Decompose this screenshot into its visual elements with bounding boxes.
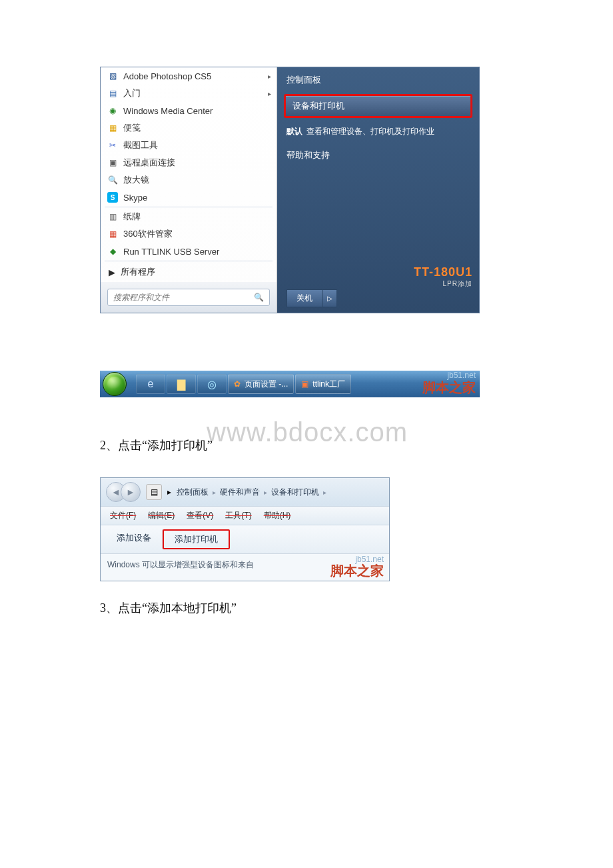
submenu-arrow-icon: ▸ [268,90,271,97]
watermark-url: jb51.net [422,371,476,380]
cards-icon: ▥ [107,211,118,222]
tooltip-devices-printers: 默认 查看和管理设备、打印机及打印作业 [281,123,475,140]
skype-icon: S [107,192,118,203]
prog-label: Skype [123,193,147,203]
taskbar: e ▇ ◎ ✿ 页面设置 -... ▣ ttlink工厂 jb51.net 脚本… [100,371,480,397]
info-text: Windows 可以显示增强型设备图标和来自 [107,560,254,569]
search-area: 搜索程序和文件 🔍 [101,282,277,313]
prog-item-magnifier[interactable]: 🔍 放大镜 [101,171,277,189]
rdp-icon: ▣ [107,157,118,168]
screenshot-start-menu: ▧ Adobe Photoshop CS5 ▸ ▤ 入门 ▸ ◉ Windows… [100,67,513,397]
prog-label: Adobe Photoshop CS5 [123,71,211,81]
default-desc: 查看和管理设备、打印机及打印作业 [306,126,434,137]
360-icon: ▦ [107,229,118,239]
magnifier-icon: 🔍 [107,175,118,185]
wmc-icon: ◉ [107,105,118,116]
prog-label: 远程桌面连接 [123,157,175,169]
start-button[interactable] [103,372,127,396]
step-2-text: 2、点击“添加打印机” [100,437,513,453]
address-bar: ◄ ► ▤ ▸ 控制面板 ▸ 硬件和声音 ▸ 设备和打印机 ▸ [101,478,389,506]
menu-bar: 文件(F) 编辑(E) 查看(V) 工具(T) 帮助(H) [101,506,389,525]
brand-name: TT-180U1 [414,265,472,279]
app-icon: ▣ [301,379,308,389]
breadcrumb-devices-printers[interactable]: 设备和打印机 [271,487,319,498]
chevron-right-icon: ▸ [213,489,216,496]
default-label: 默认 [287,126,303,137]
watermark-jb51: jb51.net 脚本之家 [422,371,476,395]
command-bar: 添加设备 添加打印机 [101,525,389,554]
prog-label: 纸牌 [123,211,141,223]
watermark-brand: 脚本之家 [330,564,384,578]
prog-item-snipping[interactable]: ✂ 截图工具 [101,137,277,154]
prog-label: 放大镜 [123,174,149,186]
menu-edit[interactable]: 编辑(E) [143,509,180,523]
control-panel-label: 控制面板 [287,75,321,85]
location-icon: ▤ [146,484,162,500]
menu-help[interactable]: 帮助(H) [259,509,297,523]
menu-tools[interactable]: 工具(T) [220,509,257,523]
taskbar-ie-icon[interactable]: e [136,374,165,394]
add-device-button[interactable]: 添加设备 [106,529,163,549]
menu-devices-printers[interactable]: 设备和打印机 [284,94,472,118]
scissors-icon: ✂ [107,140,118,151]
prog-item-skype[interactable]: S Skype [101,189,277,206]
taskbar-task-pagesetup[interactable]: ✿ 页面设置 -... [228,374,294,394]
watermark-jb51: jb51.net 脚本之家 [330,555,384,578]
taskbar-browser-icon[interactable]: ◎ [197,374,227,394]
menu-file[interactable]: 文件(F) [105,509,141,523]
prog-label: 入门 [123,87,141,99]
prog-label: 截图工具 [123,139,158,151]
breadcrumb-hardware-sound[interactable]: 硬件和声音 [220,487,260,498]
ttlink-icon: ◆ [107,246,118,257]
chevron-right-icon: ▸ [323,489,326,496]
taskbar-explorer-icon[interactable]: ▇ [167,374,196,394]
prog-item-360[interactable]: ▦ 360软件管家 [101,225,277,243]
nav-forward-button[interactable]: ► [121,482,141,502]
shutdown-more-button[interactable]: ▷ [322,289,337,307]
shutdown-label: 关机 [297,293,312,303]
devices-printers-label: 设备和打印机 [293,101,344,111]
all-programs[interactable]: ▶ 所有程序 [101,262,277,282]
breadcrumb-control-panel[interactable]: 控制面板 [177,487,209,498]
separator [105,207,273,207]
taskbar-task-ttlink[interactable]: ▣ ttlink工厂 [295,374,351,394]
prog-item-sticky-notes[interactable]: ▦ 便笺 [101,119,277,137]
shutdown-button[interactable]: 关机 [287,289,322,307]
add-printer-button[interactable]: 添加打印机 [163,529,230,549]
screenshot-devices-printers: ◄ ► ▤ ▸ 控制面板 ▸ 硬件和声音 ▸ 设备和打印机 ▸ 文件(F) 编辑… [100,477,390,581]
prog-item-ttlink[interactable]: ◆ Run TTLINK USB Server [101,243,277,260]
shutdown-group: 关机 ▷ [287,289,337,307]
search-placeholder: 搜索程序和文件 [113,292,169,303]
prog-item-wmc[interactable]: ◉ Windows Media Center [101,102,277,119]
chevron-right-icon: ▸ [264,489,267,496]
brand-subtitle: LPR添加 [414,279,472,289]
step-3-text: 3、点击“添加本地打印机” [100,600,513,616]
chevron-right-icon: ▷ [327,295,332,302]
prog-item-rdp[interactable]: ▣ 远程桌面连接 [101,154,277,171]
search-icon: 🔍 [254,293,264,302]
help-support-label: 帮助和支持 [287,150,330,160]
search-input[interactable]: 搜索程序和文件 🔍 [107,289,270,306]
all-programs-label: 所有程序 [121,266,155,278]
start-menu-right-panel: 控制面板 设备和打印机 默认 查看和管理设备、打印机及打印作业 帮助和支持 TT… [277,67,479,313]
prog-label: 便笺 [123,122,141,134]
task-label: ttlink工厂 [312,379,345,390]
separator [105,261,273,261]
prog-label: Run TTLINK USB Server [123,247,219,257]
note-icon: ▦ [107,123,118,133]
menu-view[interactable]: 查看(V) [181,509,219,523]
photoshop-icon: ▧ [107,71,118,81]
info-bar: Windows 可以显示增强型设备图标和来自 jb51.net 脚本之家 [101,554,389,581]
gear-icon: ✿ [234,379,241,389]
brand-watermark: TT-180U1 LPR添加 [414,265,472,289]
prog-item-getting-started[interactable]: ▤ 入门 ▸ [101,85,277,102]
watermark-brand: 脚本之家 [422,380,476,395]
prog-label: 360软件管家 [123,228,173,240]
menu-control-panel[interactable]: 控制面板 [281,71,475,89]
menu-help-support[interactable]: 帮助和支持 [281,147,475,164]
file-icon: ▤ [107,88,118,99]
start-menu-left-panel: ▧ Adobe Photoshop CS5 ▸ ▤ 入门 ▸ ◉ Windows… [101,67,277,313]
prog-item-photoshop[interactable]: ▧ Adobe Photoshop CS5 ▸ [101,67,277,85]
prog-item-solitaire[interactable]: ▥ 纸牌 [101,208,277,225]
submenu-arrow-icon: ▸ [268,73,271,80]
